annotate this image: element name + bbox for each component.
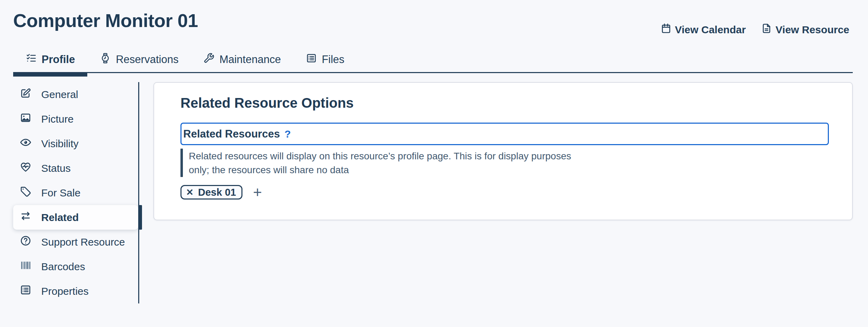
tag-desk-01[interactable]: ✕ Desk 01 — [180, 185, 242, 200]
sidebar-item-related[interactable]: Related — [13, 205, 138, 230]
view-calendar-button[interactable]: View Calendar — [661, 23, 746, 36]
tab-maintenance[interactable]: Maintenance — [191, 48, 293, 72]
sidebar-item-label: For Sale — [41, 187, 80, 199]
sidebar-item-status[interactable]: Status — [13, 156, 138, 180]
wrench-icon — [203, 53, 214, 67]
file-text-icon — [761, 23, 772, 36]
content: General Picture — [13, 82, 853, 303]
calendar-icon — [661, 23, 672, 36]
help-circle-icon — [20, 235, 32, 249]
sidebar-item-general[interactable]: General — [13, 82, 138, 107]
view-resource-button[interactable]: View Resource — [761, 23, 849, 36]
sidebar-item-properties[interactable]: Properties — [13, 279, 138, 303]
sidebar-item-label: Properties — [41, 285, 89, 297]
sidebar-item-label: General — [41, 89, 78, 100]
sidebar-item-label: Support Resource — [41, 236, 125, 248]
edit-icon — [20, 87, 32, 101]
help-quote-bar — [180, 149, 183, 177]
barcode-icon — [20, 259, 32, 274]
sidebar-item-barcodes[interactable]: Barcodes — [13, 254, 138, 279]
heart-pulse-icon — [20, 161, 32, 175]
sidebar-item-label: Picture — [41, 113, 73, 125]
view-calendar-label: View Calendar — [675, 24, 746, 36]
watch-icon — [100, 53, 111, 67]
sidebar-item-support-resource[interactable]: Support Resource — [13, 230, 138, 254]
page-header: Computer Monitor 01 View Calendar — [13, 0, 853, 31]
view-resource-label: View Resource — [776, 24, 849, 36]
list-box-icon — [306, 53, 317, 67]
image-icon — [20, 112, 32, 126]
tag-icon — [20, 186, 32, 200]
sidebar-item-for-sale[interactable]: For Sale — [13, 180, 138, 205]
related-resources-label: Related Resources — [183, 128, 280, 140]
list-box-icon — [20, 284, 32, 298]
tab-reservations-label: Reservations — [116, 53, 178, 66]
card-heading: Related Resource Options — [180, 95, 829, 111]
related-resources-tag-row: ✕ Desk 01 + — [180, 185, 829, 200]
page: Computer Monitor 01 View Calendar — [0, 0, 868, 303]
checklist-icon — [26, 53, 37, 67]
help-text: Related resources will display on this r… — [183, 149, 574, 177]
profile-sidebar: General Picture — [13, 82, 138, 303]
remove-tag-icon[interactable]: ✕ — [186, 187, 194, 198]
tab-profile[interactable]: Profile — [13, 48, 87, 72]
tab-reservations[interactable]: Reservations — [87, 48, 191, 72]
sidebar-item-label: Barcodes — [41, 261, 85, 273]
sidebar-item-label: Status — [41, 162, 71, 174]
swap-arrows-icon — [20, 210, 32, 224]
tag-label: Desk 01 — [198, 187, 236, 198]
tab-maintenance-label: Maintenance — [219, 53, 281, 66]
tabbar: Profile Reservations Maintenance — [13, 48, 853, 73]
add-related-resource-button[interactable]: + — [253, 185, 262, 200]
related-resources-field[interactable]: Related Resources ? — [180, 123, 829, 145]
tab-files[interactable]: Files — [293, 48, 357, 72]
sidebar-item-label: Visibility — [41, 138, 79, 150]
field-help-marker[interactable]: ? — [284, 128, 291, 140]
tab-profile-label: Profile — [42, 53, 75, 66]
sidebar-item-label: Related — [41, 212, 79, 223]
eye-icon — [20, 136, 32, 151]
sidebar-item-picture[interactable]: Picture — [13, 107, 138, 131]
header-actions: View Calendar View Resource — [661, 23, 849, 36]
tab-files-label: Files — [322, 53, 344, 66]
sidebar-item-visibility[interactable]: Visibility — [13, 131, 138, 156]
related-resource-options-card: Related Resource Options Related Resourc… — [153, 82, 853, 220]
field-help-block: Related resources will display on this r… — [180, 149, 829, 177]
